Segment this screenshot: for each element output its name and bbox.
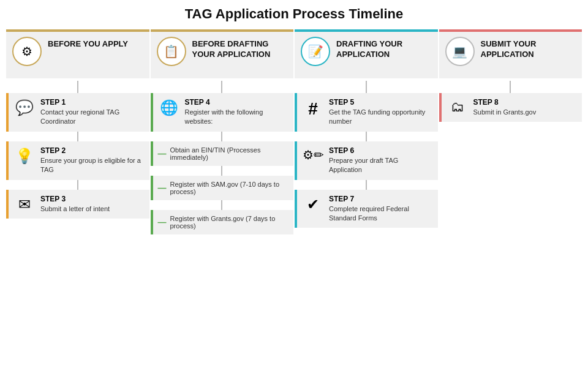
col1-steps: 💬 STEP 1 Contact your regional TAG Coord… — [6, 81, 149, 219]
content-grid: 💬 STEP 1 Contact your regional TAG Coord… — [6, 81, 582, 234]
step7-checkmark-icon: ✔ — [302, 195, 324, 213]
step3-title: STEP 3 — [40, 195, 110, 203]
subitem1-text: Obtain an EIN/TIN (Processes immediately… — [170, 146, 289, 161]
step6-title: STEP 6 — [329, 146, 433, 155]
step4-globe-icon: 🌐 — [158, 98, 180, 116]
gear-settings-icon: ⚙ — [21, 44, 32, 59]
step8-box: 🗂 STEP 8 Submit in Grants.gov — [439, 93, 582, 122]
phase-before-drafting: 📋 BEFORE DRAFTING YOUR APPLICATION — [151, 29, 294, 78]
step2-lightbulb-icon: 💡 — [13, 146, 36, 165]
phase-before-drafting-label: BEFORE DRAFTING YOUR APPLICATION — [192, 39, 288, 60]
page-container: TAG Application Process Timeline ⚙ BEFOR… — [0, 0, 588, 241]
step1-box: 💬 STEP 1 Contact your regional TAG Coord… — [6, 93, 149, 132]
phase-submit: 💻 SUBMIT YOUR APPLICATION — [439, 29, 582, 78]
step5-hash-icon: # — [302, 98, 324, 119]
phase-drafting-icon: 📝 — [301, 37, 330, 66]
step8-desc: Submit in Grants.gov — [473, 108, 537, 117]
step4-box: 🌐 STEP 4 Register with the following web… — [151, 93, 294, 132]
step4-subitem1: — Obtain an EIN/TIN (Processes immediate… — [151, 141, 294, 166]
col3-connector1 — [366, 132, 367, 141]
step4-text: STEP 4 Register with the following websi… — [185, 98, 289, 127]
subitem2-text: Register with SAM.gov (7-10 days to proc… — [170, 181, 289, 195]
step4-desc: Register with the following websites: — [185, 108, 289, 127]
step1-text: STEP 1 Contact your regional TAG Coordin… — [40, 98, 145, 127]
pencil-doc-icon: 📝 — [308, 44, 323, 59]
col2-connector-top — [221, 81, 222, 93]
step5-desc: Get the TAG funding opportunity number — [329, 108, 433, 127]
phase-submit-label: SUBMIT YOUR APPLICATION — [481, 39, 576, 60]
col3-steps: # STEP 5 Get the TAG funding opportunity… — [295, 81, 438, 228]
col1-connector-top — [77, 81, 78, 93]
subitem3-dash: — — [158, 217, 167, 227]
step7-desc: Complete required Federal Standard Forms — [329, 204, 433, 223]
step2-text: STEP 2 Ensure your group is eligible for… — [40, 146, 145, 175]
step8-text: STEP 8 Submit in Grants.gov — [473, 98, 537, 117]
col1-connector2 — [77, 180, 78, 190]
subitem1-dash: — — [158, 149, 167, 159]
step4-subitem3: — Register with Grants.gov (7 days to pr… — [151, 210, 294, 234]
step6-text: STEP 6 Prepare your draft TAG Applicatio… — [329, 146, 433, 175]
phase-drafting: 📝 DRAFTING YOUR APPLICATION — [295, 29, 438, 78]
step5-box: # STEP 5 Get the TAG funding opportunity… — [295, 93, 438, 132]
phase-before-apply: ⚙ BEFORE YOU APPLY — [6, 29, 149, 78]
col2-steps: 🌐 STEP 4 Register with the following web… — [151, 81, 294, 234]
step1-chat-icon: 💬 — [13, 98, 36, 116]
step5-title: STEP 5 — [329, 98, 433, 107]
subitem2-dash: — — [158, 183, 167, 193]
step5-text: STEP 5 Get the TAG funding opportunity n… — [329, 98, 433, 127]
phase-before-drafting-icon: 📋 — [157, 37, 186, 66]
phase-drafting-label: DRAFTING YOUR APPLICATION — [336, 39, 432, 60]
clipboard-icon: 📋 — [164, 44, 179, 59]
step3-desc: Submit a letter of intent — [40, 204, 110, 214]
step8-title: STEP 8 — [473, 98, 537, 107]
col4-steps: 🗂 STEP 8 Submit in Grants.gov — [439, 81, 582, 122]
col2-connector3 — [221, 200, 222, 210]
step4-subitem2: — Register with SAM.gov (7-10 days to pr… — [151, 176, 294, 200]
laptop-icon: 💻 — [452, 44, 467, 59]
col2-connector2 — [221, 166, 222, 176]
step7-title: STEP 7 — [329, 195, 433, 203]
step1-desc: Contact your regional TAG Coordinator — [40, 108, 145, 127]
step8-submit-icon: 🗂 — [447, 98, 469, 115]
step2-title: STEP 2 — [40, 146, 145, 155]
phase-before-apply-label: BEFORE YOU APPLY — [48, 39, 128, 50]
phase-submit-icon: 💻 — [445, 37, 475, 66]
phase-before-apply-icon: ⚙ — [12, 37, 42, 66]
step4-title: STEP 4 — [185, 98, 289, 107]
step3-text: STEP 3 Submit a letter of intent — [40, 195, 110, 214]
step6-box: ⚙✏ STEP 6 Prepare your draft TAG Applica… — [295, 141, 438, 180]
step6-draft-icon: ⚙✏ — [302, 146, 324, 162]
step7-box: ✔ STEP 7 Complete required Federal Stand… — [295, 190, 438, 228]
subitem3-text: Register with Grants.gov (7 days to proc… — [170, 215, 289, 230]
step2-desc: Ensure your group is eligible for a TAG — [40, 156, 145, 175]
step6-desc: Prepare your draft TAG Application — [329, 156, 433, 175]
step3-envelope-icon: ✉ — [13, 195, 36, 213]
step2-box: 💡 STEP 2 Ensure your group is eligible f… — [6, 141, 149, 180]
phases-row: ⚙ BEFORE YOU APPLY 📋 BEFORE DRAFTING YOU… — [6, 29, 582, 78]
col4-connector-top — [510, 81, 511, 93]
col2-connector1 — [221, 132, 222, 141]
page-title: TAG Application Process Timeline — [6, 6, 582, 22]
col3-connector-top — [366, 81, 367, 93]
col3-connector2 — [366, 180, 367, 190]
step3-box: ✉ STEP 3 Submit a letter of intent — [6, 190, 149, 219]
step1-title: STEP 1 — [40, 98, 145, 107]
col1-connector1 — [77, 132, 78, 141]
step7-text: STEP 7 Complete required Federal Standar… — [329, 195, 433, 223]
